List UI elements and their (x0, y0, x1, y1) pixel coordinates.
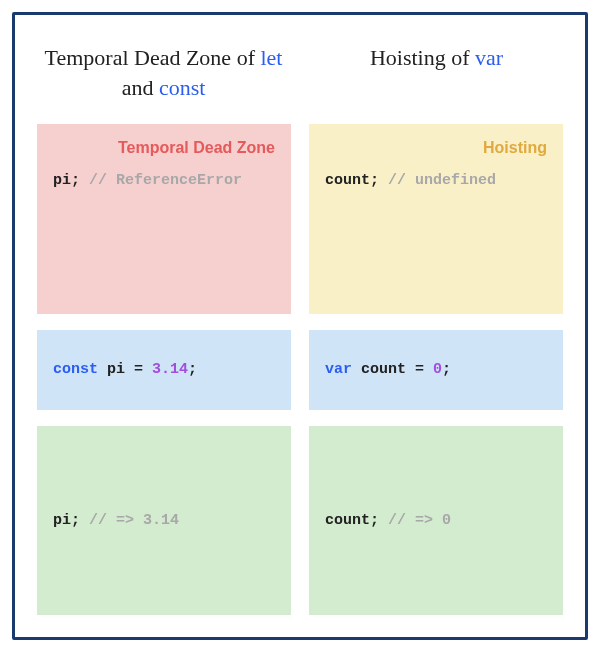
diagram-grid: Temporal Dead Zone pi; // ReferenceError… (37, 124, 563, 615)
code-comment: // undefined (379, 172, 496, 189)
cell-hoist-after: count; // => 0 (309, 426, 563, 615)
keyword-var: var (325, 361, 352, 378)
label-tdz: Temporal Dead Zone (53, 138, 275, 157)
code-text: ; (442, 361, 451, 378)
cell-var-declaration: var count = 0; (309, 330, 563, 410)
heading-text: Hoisting of (370, 45, 475, 70)
heading-tdz: Temporal Dead Zone of let and const (37, 43, 290, 102)
code-line: pi; // ReferenceError (53, 172, 275, 189)
code-comment: // ReferenceError (80, 172, 242, 189)
code-identifier: count; (325, 512, 379, 529)
label-hoisting: Hoisting (325, 138, 547, 157)
heading-hoisting: Hoisting of var (310, 43, 563, 102)
code-identifier: pi; (53, 172, 80, 189)
keyword-const: const (53, 361, 98, 378)
code-line: count; // undefined (325, 172, 547, 189)
headings-row: Temporal Dead Zone of let and const Hois… (37, 43, 563, 102)
code-line: var count = 0; (325, 361, 547, 378)
code-number: 0 (433, 361, 442, 378)
code-comment: // => 0 (379, 512, 451, 529)
code-line: pi; // => 3.14 (53, 512, 275, 529)
code-identifier: pi; (53, 512, 80, 529)
code-text: count = (352, 361, 433, 378)
heading-text: Temporal Dead Zone of (45, 45, 261, 70)
cell-tdz-after: pi; // => 3.14 (37, 426, 291, 615)
cell-const-declaration: const pi = 3.14; (37, 330, 291, 410)
code-text: pi = (98, 361, 152, 378)
cell-hoist-before: Hoisting count; // undefined (309, 124, 563, 313)
code-comment: // => 3.14 (80, 512, 179, 529)
heading-text: and (122, 75, 159, 100)
code-line: const pi = 3.14; (53, 361, 275, 378)
code-line: count; // => 0 (325, 512, 547, 529)
code-identifier: count; (325, 172, 379, 189)
code-text: ; (188, 361, 197, 378)
keyword-var: var (475, 45, 503, 70)
keyword-let: let (260, 45, 282, 70)
keyword-const: const (159, 75, 205, 100)
diagram-frame: Temporal Dead Zone of let and const Hois… (12, 12, 588, 640)
code-number: 3.14 (152, 361, 188, 378)
cell-tdz-before: Temporal Dead Zone pi; // ReferenceError (37, 124, 291, 313)
